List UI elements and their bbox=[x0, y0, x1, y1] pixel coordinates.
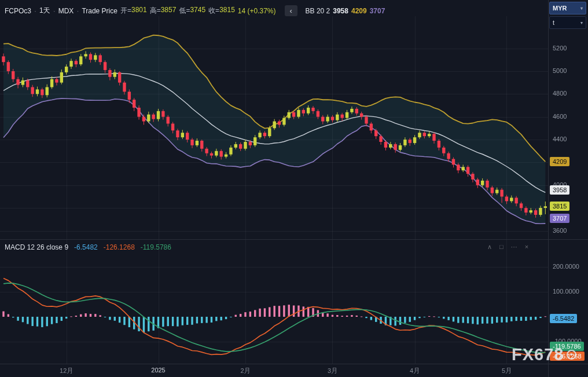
time-tick-label: 3月 bbox=[318, 367, 346, 375]
close-value: 收=3815 bbox=[208, 6, 235, 16]
close-icon[interactable]: × bbox=[525, 243, 528, 251]
price-tick-label: 5200 bbox=[553, 45, 567, 52]
macd-tick-label: 200.0000 bbox=[553, 263, 579, 270]
price-tick-label: 4800 bbox=[553, 90, 567, 97]
symbol-name[interactable]: FCPOc3 bbox=[5, 7, 31, 15]
bb-indicator-title[interactable]: BB 20 2 bbox=[306, 7, 330, 15]
series-type-label: Trade Price bbox=[82, 7, 117, 15]
time-tick-label: 2025 bbox=[145, 367, 172, 374]
low-value: 低=3745 bbox=[179, 6, 205, 16]
time-tick-label: 4月 bbox=[401, 367, 429, 375]
price-tick-label: 4400 bbox=[553, 136, 567, 142]
macd-histogram-value: -6.5482 bbox=[74, 243, 98, 251]
symbol-legend: FCPOc3 · 1天 · MDX · Trade Price 开=3801 高… bbox=[5, 5, 385, 16]
price-tag: 3707 bbox=[550, 214, 569, 223]
unit-value: t bbox=[553, 19, 554, 26]
macd-line-value: -126.1268 bbox=[104, 243, 135, 251]
unit-select[interactable]: t ▾ bbox=[549, 16, 586, 29]
watermark: FX678 bbox=[512, 345, 576, 364]
trading-chart-window: FCPOc3 · 1天 · MDX · Trade Price 开=3801 高… bbox=[0, 0, 588, 377]
legend-collapse-button[interactable]: ‹ bbox=[285, 5, 297, 16]
price-tag: 3815 bbox=[550, 202, 569, 211]
macd-pane-controls: ∧ □ ⋯ × bbox=[487, 243, 528, 251]
separator-dot: · bbox=[76, 7, 79, 15]
bb-upper-value: 4209 bbox=[351, 7, 367, 15]
price-tag: 3958 bbox=[550, 185, 569, 195]
maximize-icon[interactable]: □ bbox=[499, 243, 504, 251]
chevron-down-icon: ▾ bbox=[580, 6, 583, 11]
price-tick-label: 5000 bbox=[553, 67, 567, 74]
time-tick-label: 2月 bbox=[231, 367, 259, 375]
price-axis[interactable]: 5200500048004600440040003600420939583815… bbox=[548, 0, 588, 239]
high-value: 高=3857 bbox=[150, 6, 177, 16]
target-icon bbox=[567, 350, 576, 360]
macd-signal-value: -119.5786 bbox=[141, 243, 171, 251]
macd-indicator-title[interactable]: MACD 12 26 close 9 bbox=[5, 243, 68, 251]
time-tick-label: 5月 bbox=[493, 367, 520, 375]
macd-tick-label: 100.0000 bbox=[553, 288, 579, 295]
chevron-left-icon: ‹ bbox=[289, 6, 292, 15]
price-tick-label: 3600 bbox=[553, 227, 567, 234]
exchange-label: MDX bbox=[58, 7, 74, 15]
separator-dot: · bbox=[53, 7, 56, 15]
price-tick-label: 4600 bbox=[553, 113, 567, 120]
time-axis[interactable]: 12月20252月3月4月5月 bbox=[0, 364, 588, 377]
bb-basis-value: 3958 bbox=[333, 7, 348, 15]
interval-label[interactable]: 1天 bbox=[39, 6, 50, 16]
axis-settings: MYR ▾ t ▾ bbox=[549, 2, 586, 31]
time-tick-label: 12月 bbox=[53, 367, 80, 375]
bb-lower-value: 3707 bbox=[370, 7, 385, 15]
open-value: 开=3801 bbox=[120, 6, 147, 16]
price-tag: 4209 bbox=[550, 157, 569, 166]
currency-value: MYR bbox=[553, 5, 567, 12]
more-icon[interactable]: ⋯ bbox=[511, 243, 517, 251]
change-value: 14 (+0.37%) bbox=[238, 7, 276, 15]
chevron-up-icon[interactable]: ∧ bbox=[487, 243, 492, 251]
macd-legend: MACD 12 26 close 9 -6.5482 -126.1268 -11… bbox=[5, 243, 171, 251]
currency-select[interactable]: MYR ▾ bbox=[549, 2, 586, 14]
watermark-text: FX678 bbox=[512, 345, 564, 364]
macd-tag: -6.5482 bbox=[550, 314, 577, 323]
separator-dot: · bbox=[34, 7, 36, 15]
chevron-down-icon: ▾ bbox=[580, 20, 583, 25]
chart-canvas[interactable] bbox=[0, 0, 588, 377]
